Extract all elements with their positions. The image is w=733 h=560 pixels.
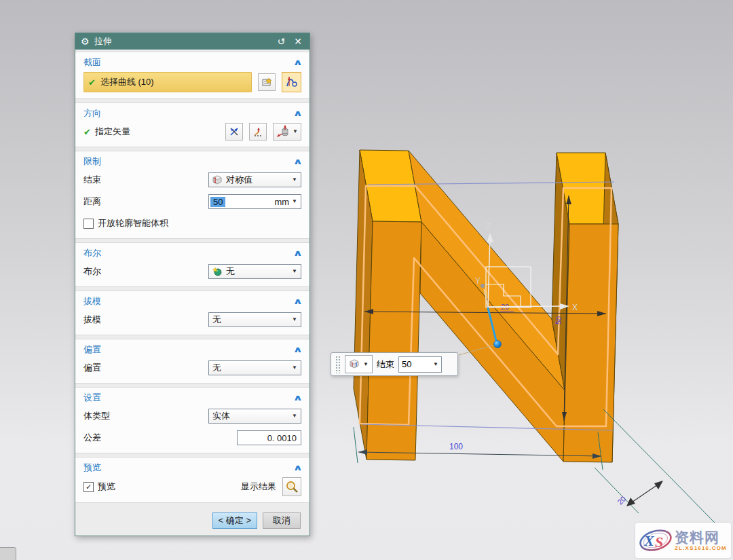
section-group: 截面 ∧ ✔ 选择曲线 (10): [75, 52, 309, 99]
collapse-chevron-icon[interactable]: ∧: [293, 297, 303, 306]
offset-group: 偏置 ∧ 偏置 无 ▼: [75, 339, 309, 384]
boolean-group: 布尔 ∧ 布尔 无 ▼: [75, 242, 309, 287]
curve-icon: [285, 75, 299, 89]
collapse-chevron-icon[interactable]: ∧: [293, 109, 303, 118]
end-label: 结束: [83, 174, 101, 186]
limits-group: 限制 ∧ 结束 对称值 ▼: [75, 151, 309, 239]
dropdown-caret-icon: ▼: [293, 129, 298, 134]
collapse-chevron-icon[interactable]: ∧: [293, 463, 303, 472]
distance-label: 距离: [83, 195, 101, 208]
draft-value: 无: [212, 314, 288, 326]
check-icon: ✔: [83, 127, 91, 137]
drag-handle[interactable]: [335, 356, 341, 373]
curve-rule-button[interactable]: [282, 72, 301, 92]
select-curve-label: 选择曲线 (10): [100, 76, 154, 88]
inferred-vector-button[interactable]: [249, 123, 267, 141]
inferred-vector-icon: [252, 126, 263, 137]
offset-value: 无: [212, 362, 288, 374]
close-button[interactable]: ✕: [292, 36, 304, 47]
z-axis-label: Z: [486, 222, 491, 231]
settings-group: 设置 ∧ 体类型 实体 ▼ 公差 0. 0010: [75, 387, 309, 453]
limits-title: 限制: [83, 155, 295, 168]
settings-title: 设置: [83, 392, 295, 404]
dim-width-label: 100: [449, 442, 463, 451]
collapse-chevron-icon[interactable]: ∧: [293, 58, 303, 67]
y-axis-label: Y: [475, 276, 481, 286]
draft-field-label: 拔模: [83, 314, 101, 326]
offset-select[interactable]: 无 ▼: [208, 360, 301, 375]
vector-cross-icon: [229, 126, 240, 137]
tolerance-label: 公差: [83, 432, 101, 444]
toolbar-distance-input[interactable]: 50 ▼: [398, 356, 442, 373]
dialog-titlebar[interactable]: ⚙ 拉伸 ↺ ✕: [75, 33, 309, 50]
draft-group: 拔模 ∧ 拔模 无 ▼: [75, 291, 309, 335]
collapse-chevron-icon[interactable]: ∧: [293, 157, 303, 166]
collapse-chevron-icon[interactable]: ∧: [293, 345, 303, 354]
symmetric-value-icon: [212, 175, 223, 185]
cancel-button[interactable]: 取消: [263, 512, 301, 529]
dropdown-caret-icon: ▼: [292, 317, 297, 322]
select-curve-row[interactable]: ✔ 选择曲线 (10): [83, 72, 252, 92]
cube-icon: [349, 359, 360, 369]
boolean-none-icon: [212, 267, 223, 276]
tolerance-value: 0. 0010: [267, 433, 297, 443]
dropdown-caret-icon: ▼: [292, 177, 297, 183]
watermark-site-name: 资料网: [675, 530, 727, 544]
dialog-footer: < 确定 > 取消: [75, 506, 309, 536]
offset-title: 偏置: [83, 343, 295, 356]
check-icon: ✔: [88, 77, 96, 88]
show-result-button[interactable]: [282, 477, 301, 496]
offset-field-label: 偏置: [83, 362, 101, 374]
magnifier-icon: [285, 480, 299, 493]
sketch-section-icon: [261, 77, 272, 88]
svg-text:X: X: [643, 532, 655, 549]
body-type-label: 体类型: [83, 410, 110, 422]
drag-ball: [494, 341, 502, 348]
section-dialog-button[interactable]: [258, 73, 276, 91]
reset-button[interactable]: ↺: [276, 36, 288, 47]
limit-option-dropdown[interactable]: ▼: [345, 355, 373, 373]
body-type-value: 实体: [212, 410, 288, 422]
corner-widget: [0, 547, 16, 560]
specify-vector-label: 指定矢量: [95, 126, 130, 138]
dim-height-label: 50: [554, 316, 563, 325]
dialog-body: 截面 ∧ ✔ 选择曲线 (10): [75, 50, 309, 536]
toolbar-distance-value[interactable]: 50: [402, 359, 411, 369]
vector-dialog-button[interactable]: ▼: [273, 123, 301, 141]
toolbar-end-label: 结束: [377, 358, 394, 371]
onscreen-input-toolbar[interactable]: ▼ 结束 50 ▼: [331, 352, 458, 376]
boolean-value: 无: [226, 265, 288, 278]
end-select[interactable]: 对称值 ▼: [208, 172, 301, 187]
preview-group: 预览 ∧ ✓ 预览 显示结果: [75, 457, 309, 503]
collapse-chevron-icon[interactable]: ∧: [293, 248, 303, 258]
open-profile-checkbox[interactable]: [83, 219, 94, 229]
dropdown-caret-icon: ▼: [292, 413, 297, 419]
body-type-select[interactable]: 实体 ▼: [208, 409, 301, 424]
xs-logo: X S: [638, 525, 673, 555]
preview-checkbox[interactable]: ✓: [83, 482, 94, 492]
distance-input[interactable]: 50 mm ▼: [208, 194, 301, 209]
boolean-select[interactable]: 无 ▼: [208, 264, 301, 279]
ok-button[interactable]: < 确定 >: [212, 512, 257, 529]
draft-select[interactable]: 无 ▼: [208, 312, 301, 327]
y-axis-ball: [481, 284, 485, 288]
dropdown-caret-icon[interactable]: ▼: [292, 199, 297, 204]
dropdown-caret-icon: ▼: [433, 362, 438, 367]
watermark-badge: X S 资料网 ZL.XS1616.COM: [635, 523, 731, 558]
collapse-chevron-icon[interactable]: ∧: [293, 393, 303, 403]
open-profile-label: 开放轮廓智能体积: [98, 217, 168, 229]
extrude-dialog: ⚙ 拉伸 ↺ ✕ 截面 ∧ ✔ 选择曲线 (10): [75, 33, 310, 536]
show-result-label: 显示结果: [241, 481, 276, 493]
tolerance-input[interactable]: 0. 0010: [237, 430, 301, 445]
dropdown-caret-icon: ▼: [292, 269, 297, 274]
draft-title: 拔模: [83, 295, 295, 307]
vector-constructor-button[interactable]: [225, 123, 243, 141]
distance-unit: mm: [274, 197, 289, 207]
x-axis-label: X: [572, 303, 578, 312]
direction-group: 方向 ∧ ✔ 指定矢量: [75, 102, 309, 147]
svg-text:S: S: [655, 534, 663, 550]
preview-title: 预览: [83, 462, 295, 474]
boolean-title: 布尔: [83, 247, 295, 259]
preview-check-label: 预览: [98, 481, 115, 493]
distance-value[interactable]: 50: [210, 197, 225, 207]
